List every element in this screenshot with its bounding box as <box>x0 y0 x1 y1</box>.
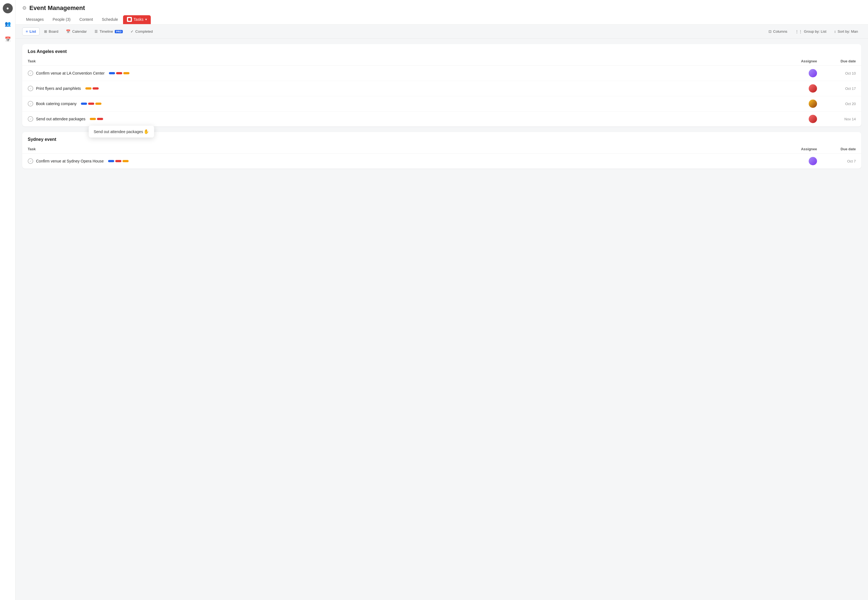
table-row[interactable]: ✓ Print flyers and pamphlets Oct 17 <box>22 81 861 96</box>
tag-blue <box>81 103 87 105</box>
calendar-icon[interactable]: 📅 <box>3 34 13 44</box>
calendar-label: Calendar <box>72 29 87 33</box>
completed-label: Completed <box>135 29 153 33</box>
tooltip-text: Send out attendee packages <box>94 129 143 134</box>
task-name: ✓ Confirm venue at Sydney Opera House <box>28 158 778 164</box>
table-row[interactable]: ✓ Confirm venue at LA Convention Center … <box>22 66 861 81</box>
tag-blue <box>109 72 115 74</box>
sidebar: ● 👥 📅 <box>0 0 15 600</box>
columns-label: Columns <box>773 29 787 33</box>
main-panel: ⚙ Event Management Messages People (3) C… <box>15 0 868 600</box>
table-row[interactable]: ✓ Book catering company Oct 20 <box>22 96 861 111</box>
col-task-label-sydney: Task <box>28 147 778 151</box>
col-assignee-label-la: Assignee <box>778 59 817 63</box>
task-label: Confirm venue at Sydney Opera House <box>36 159 104 163</box>
check-icon[interactable]: ✓ <box>28 158 33 164</box>
tab-schedule[interactable]: Schedule <box>98 15 122 24</box>
due-date: Oct 17 <box>817 86 856 91</box>
col-due-label-la: Due date <box>817 59 856 63</box>
tag-yellow <box>90 118 96 120</box>
groupby-label: Group by: List <box>804 29 826 33</box>
columns-button[interactable]: ⊡ Columns <box>765 28 791 35</box>
timeline-view-button[interactable]: ☰ Timeline PRO <box>91 28 126 35</box>
assignee-col <box>778 69 817 77</box>
user-avatar[interactable]: ● <box>3 3 13 13</box>
completed-icon: ✓ <box>130 29 133 33</box>
chevron-down-icon: ▾ <box>145 17 147 21</box>
sortby-button[interactable]: ↕ Sort by: Man <box>831 28 861 35</box>
check-icon[interactable]: ✓ <box>28 101 33 106</box>
check-icon[interactable]: ✓ <box>28 86 33 91</box>
groupby-button[interactable]: ⋮⋮ Group by: List <box>792 28 830 35</box>
tag-blue <box>108 160 114 162</box>
avatar <box>809 84 817 92</box>
gear-icon[interactable]: ⚙ <box>22 5 27 11</box>
task-tags <box>81 103 101 105</box>
due-date: Oct 7 <box>817 159 856 163</box>
task-name: ✓ Print flyers and pamphlets <box>28 86 778 91</box>
table-row[interactable]: ✓ Confirm venue at Sydney Opera House Oc… <box>22 154 861 168</box>
tag-red <box>92 87 99 89</box>
col-due-label-sydney: Due date <box>817 147 856 151</box>
list-icon: ≡ <box>26 29 28 33</box>
table-header-la: Task Assignee Due date <box>22 57 861 66</box>
toolbar: ≡ List ⊞ Board 📅 Calendar ☰ Timeline PRO… <box>15 25 868 39</box>
groupby-icon: ⋮⋮ <box>795 29 802 33</box>
task-name: ✓ Confirm venue at LA Convention Center <box>28 70 778 76</box>
tasks-icon-box <box>127 17 132 22</box>
tag-yellow <box>123 72 129 74</box>
header: ⚙ Event Management Messages People (3) C… <box>15 0 868 25</box>
pro-badge: PRO <box>115 30 123 33</box>
task-tags <box>108 160 129 162</box>
tab-messages[interactable]: Messages <box>22 15 48 24</box>
task-label: Print flyers and pamphlets <box>36 86 81 91</box>
tag-red <box>116 72 122 74</box>
assignee-col <box>778 84 817 92</box>
tab-content[interactable]: Content <box>76 15 97 24</box>
tab-people[interactable]: People (3) <box>49 15 74 24</box>
tag-red <box>88 103 94 105</box>
col-task-label-la: Task <box>28 59 778 63</box>
task-tags <box>109 72 129 74</box>
cursor-icon: ✋ <box>144 129 149 134</box>
content-area: Los Angeles event Task Assignee Due date… <box>15 39 868 600</box>
due-date: Nov 14 <box>817 117 856 121</box>
check-icon[interactable]: ✓ <box>28 70 33 76</box>
board-icon: ⊞ <box>44 29 47 33</box>
avatar <box>809 115 817 123</box>
tag-red <box>115 160 121 162</box>
calendar-view-button[interactable]: 📅 Calendar <box>63 28 90 35</box>
table-row[interactable]: ✓ Send out attendee packages Nov 14 Send… <box>22 111 861 126</box>
board-label: Board <box>49 29 59 33</box>
check-icon[interactable]: ✓ <box>28 116 33 122</box>
toolbar-right: ⊡ Columns ⋮⋮ Group by: List ↕ Sort by: M… <box>765 28 861 35</box>
due-date: Oct 10 <box>817 71 856 76</box>
task-label: Book catering company <box>36 102 77 106</box>
completed-button[interactable]: ✓ Completed <box>127 28 156 35</box>
task-tags <box>90 118 103 120</box>
list-label: List <box>30 29 36 33</box>
task-group-la: Los Angeles event Task Assignee Due date… <box>22 44 861 126</box>
due-date: Oct 20 <box>817 102 856 106</box>
timeline-label: Timeline <box>100 29 113 33</box>
avatar <box>809 100 817 108</box>
task-name: ✓ Book catering company <box>28 101 778 106</box>
page-title: Event Management <box>29 5 85 12</box>
avatar <box>809 157 817 165</box>
board-view-button[interactable]: ⊞ Board <box>41 28 62 35</box>
task-tooltip: Send out attendee packages✋ <box>89 126 154 138</box>
assignee-col <box>778 115 817 123</box>
sortby-label: Sort by: Man <box>838 29 858 33</box>
tasks-icon-inner <box>128 18 131 21</box>
tag-yellow <box>85 87 91 89</box>
assignee-col <box>778 100 817 108</box>
tab-tasks[interactable]: Tasks ▾ <box>123 15 151 24</box>
task-name: ✓ Send out attendee packages <box>28 116 778 122</box>
timeline-icon: ☰ <box>95 29 98 33</box>
columns-icon: ⊡ <box>768 29 771 33</box>
sortby-icon: ↕ <box>834 29 836 33</box>
table-header-sydney: Task Assignee Due date <box>22 145 861 154</box>
team-icon[interactable]: 👥 <box>3 19 13 29</box>
list-view-button[interactable]: ≡ List <box>22 27 39 35</box>
calendar-view-icon: 📅 <box>66 29 70 33</box>
